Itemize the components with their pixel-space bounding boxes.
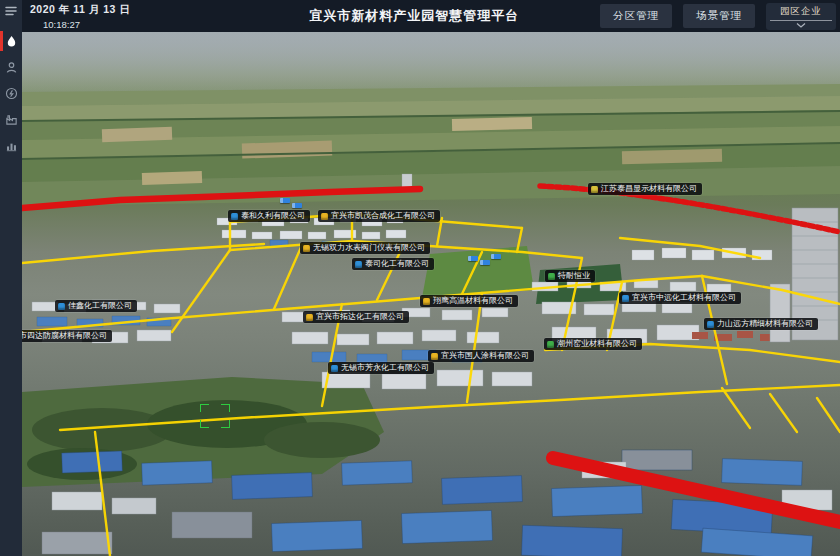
company-marker-icon [231,213,238,220]
company-map-label[interactable]: 无锡双力水表阀门仪表有限公司 [300,242,430,254]
app-window: 2020 年 11 月 13 日 10:18:27 宜兴市新材料产业园智慧管理平… [0,0,840,556]
company-marker-icon [591,186,598,193]
company-label-text: 宜兴市中远化工材料有限公司 [632,294,736,302]
dropdown-label: 园区企业 [780,5,822,18]
company-map-label[interactable]: 宜兴市凯茂合成化工有限公司 [318,210,440,222]
company-map-label[interactable]: 力山远方精细材料有限公司 [704,318,818,330]
dropdown-divider [770,20,832,21]
company-label-text: 宜兴市国人涂料有限公司 [441,352,529,360]
current-date: 2020 年 11 月 13 日 [30,3,130,17]
vehicle-marker[interactable] [280,198,290,203]
company-label-text: 无锡市芳永化工有限公司 [341,364,429,372]
datetime-block: 2020 年 11 月 13 日 10:18:27 [30,3,130,30]
company-marker-icon [331,365,338,372]
company-map-label[interactable]: 无锡市芳永化工有限公司 [328,362,434,374]
map-labels-layer: 泰和久利有限公司宜兴市凯茂合成化工有限公司无锡双力水表阀门仪表有限公司泰司化工有… [22,32,840,556]
company-label-text: 宜兴市拓达化工有限公司 [316,313,404,321]
vehicle-marker[interactable] [292,203,302,208]
company-label-text: 特耐恒业 [558,272,590,280]
statistics-icon[interactable] [0,132,22,158]
company-label-text: 市四达防腐材料有限公司 [22,332,107,340]
company-label-text: 宜兴市凯茂合成化工有限公司 [331,212,435,220]
vehicle-marker[interactable] [480,260,490,265]
company-map-label[interactable]: 翔鹰高温材料有限公司 [420,295,518,307]
zone-management-button[interactable]: 分区管理 [600,4,672,28]
bracket-corner [221,404,230,412]
enterprise-icon[interactable] [0,106,22,132]
bracket-corner [200,404,209,412]
company-map-label[interactable]: 江苏泰昌显示材料有限公司 [588,183,702,195]
company-marker-icon [622,295,629,302]
company-marker-icon [58,303,65,310]
company-marker-icon [303,245,310,252]
scene-management-button[interactable]: 场景管理 [683,4,755,28]
menu-icon[interactable] [0,0,22,22]
company-label-text: 无锡双力水表阀门仪表有限公司 [313,244,425,252]
company-marker-icon [355,261,362,268]
current-time: 10:18:27 [43,19,130,30]
company-marker-icon [431,353,438,360]
company-marker-icon [707,321,714,328]
selection-bracket [200,404,230,428]
park-enterprises-dropdown[interactable]: 园区企业 [766,3,836,30]
page-title: 宜兴市新材料产业园智慧管理平台 [309,0,519,32]
company-map-label[interactable]: 特耐恒业 [545,270,595,282]
company-map-label[interactable]: 泰和久利有限公司 [228,210,310,222]
chevron-down-icon [796,23,806,28]
bracket-corner [200,420,209,428]
company-label-text: 佳鑫化工有限公司 [68,302,132,310]
company-label-text: 力山远方精细材料有限公司 [717,320,813,328]
vehicle-marker[interactable] [468,256,478,261]
company-map-label[interactable]: 泰司化工有限公司 [352,258,434,270]
company-marker-icon [548,273,555,280]
topbar-actions: 分区管理 场景管理 园区企业 [600,0,836,32]
company-label-text: 翔鹰高温材料有限公司 [433,297,513,305]
company-map-label[interactable]: 宜兴市国人涂料有限公司 [428,350,534,362]
company-marker-icon [423,298,430,305]
company-map-label[interactable]: 市四达防腐材料有限公司 [22,330,112,342]
sidebar [0,0,22,556]
company-marker-icon [321,213,328,220]
company-label-text: 潮州窑业材料有限公司 [557,340,637,348]
company-map-label[interactable]: 宜兴市中远化工材料有限公司 [619,292,741,304]
company-label-text: 泰司化工有限公司 [365,260,429,268]
company-map-label[interactable]: 宜兴市拓达化工有限公司 [303,311,409,323]
top-bar: 2020 年 11 月 13 日 10:18:27 宜兴市新材料产业园智慧管理平… [22,0,840,32]
company-label-text: 泰和久利有限公司 [241,212,305,220]
company-map-label[interactable]: 潮州窑业材料有限公司 [544,338,642,350]
energy-icon[interactable] [0,80,22,106]
map-viewport[interactable]: 泰和久利有限公司宜兴市凯茂合成化工有限公司无锡双力水表阀门仪表有限公司泰司化工有… [22,32,840,556]
company-map-label[interactable]: 佳鑫化工有限公司 [55,300,137,312]
company-marker-icon [306,314,313,321]
company-label-text: 江苏泰昌显示材料有限公司 [601,185,697,193]
vehicle-marker[interactable] [491,254,501,259]
personnel-icon[interactable] [0,54,22,80]
fire-alarm-icon[interactable] [0,28,22,54]
bracket-corner [221,420,230,428]
company-marker-icon [547,341,554,348]
